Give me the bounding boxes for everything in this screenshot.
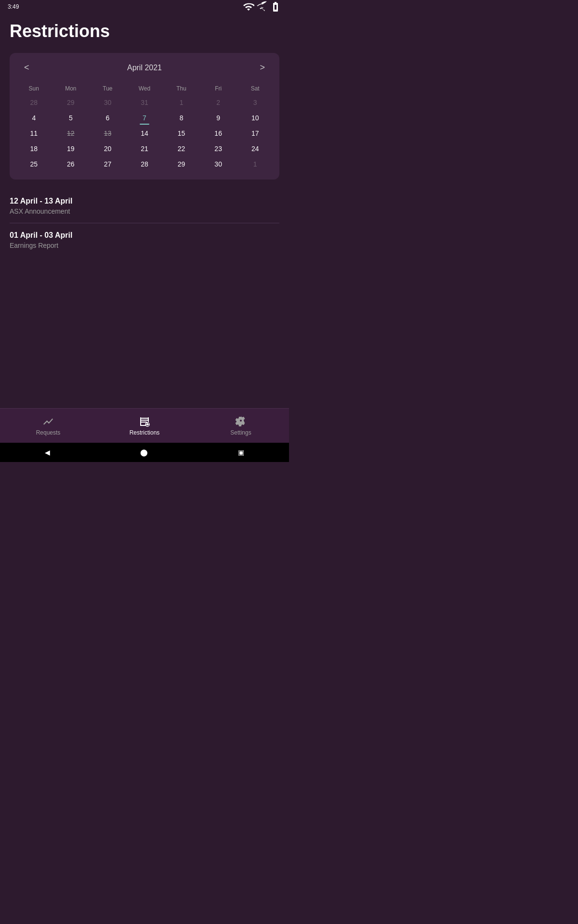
svg-rect-0 [140, 418, 149, 419]
recents-button[interactable]: ▣ [238, 449, 244, 456]
calendar-card: < April 2021 > Sun Mon Tue Wed Thu Fri S… [10, 53, 279, 180]
day-header-thu: Thu [163, 82, 200, 95]
status-time: 3:49 [8, 3, 19, 10]
battery-icon [270, 1, 281, 13]
nav-item-requests[interactable]: Requests [0, 416, 96, 436]
day-cell[interactable]: 22 [163, 141, 200, 156]
day-cell[interactable]: 24 [236, 141, 274, 156]
day-cell[interactable]: 16 [200, 126, 237, 141]
status-icons [243, 1, 281, 13]
day-cell[interactable]: 19 [53, 141, 90, 156]
day-cell[interactable]: 30 [89, 95, 126, 110]
day-cell[interactable]: 2 [200, 95, 237, 110]
day-cell[interactable]: 4 [15, 110, 53, 126]
nav-label-requests: Requests [36, 429, 61, 436]
day-cell[interactable]: 29 [53, 95, 90, 110]
system-nav-bar: ◀ ⬤ ▣ [0, 443, 289, 462]
wifi-icon [243, 1, 254, 13]
svg-rect-8 [146, 424, 149, 425]
day-cell[interactable]: 14 [126, 126, 163, 141]
nav-item-restrictions[interactable]: Restrictions [96, 416, 193, 436]
page-title: Restrictions [0, 13, 289, 53]
day-cell[interactable]: 11 [15, 126, 53, 141]
day-header-wed: Wed [126, 82, 163, 95]
restriction-item-1[interactable]: 01 April - 03 April Earnings Report [10, 223, 279, 257]
day-cell[interactable]: 3 [236, 95, 274, 110]
next-month-button[interactable]: > [255, 61, 270, 75]
svg-rect-3 [140, 417, 141, 426]
restriction-date-0: 12 April - 13 April [10, 197, 279, 205]
restriction-date-1: 01 April - 03 April [10, 231, 279, 240]
day-cell[interactable]: 20 [89, 141, 126, 156]
svg-rect-4 [148, 417, 149, 422]
day-cell[interactable]: 29 [163, 156, 200, 172]
day-cell[interactable]: 26 [53, 156, 90, 172]
day-cell[interactable]: 9 [200, 110, 237, 126]
day-cell[interactable]: 15 [163, 126, 200, 141]
day-cell-restricted[interactable]: 12 [53, 126, 90, 141]
day-header-sun: Sun [15, 82, 53, 95]
svg-rect-2 [140, 422, 147, 423]
day-cell[interactable]: 1 [163, 95, 200, 110]
status-bar: 3:49 [0, 0, 289, 13]
day-header-fri: Fri [200, 82, 237, 95]
svg-rect-1 [140, 420, 149, 421]
restriction-item-0[interactable]: 12 April - 13 April ASX Announcement [10, 189, 279, 223]
restriction-desc-0: ASX Announcement [10, 207, 279, 215]
day-cell[interactable]: 23 [200, 141, 237, 156]
day-cell[interactable]: 28 [126, 156, 163, 172]
signal-icon [256, 1, 268, 13]
day-cell[interactable]: 10 [236, 110, 274, 126]
bottom-nav: Requests Restrictions Settings [0, 408, 289, 443]
calendar-header: < April 2021 > [15, 61, 274, 75]
day-header-sat: Sat [236, 82, 274, 95]
day-cell[interactable]: 28 [15, 95, 53, 110]
day-cell[interactable]: 21 [126, 141, 163, 156]
svg-rect-5 [140, 425, 146, 426]
nav-item-settings[interactable]: Settings [193, 416, 289, 436]
day-cell[interactable]: 17 [236, 126, 274, 141]
day-cell[interactable]: 6 [89, 110, 126, 126]
day-cell[interactable]: 25 [15, 156, 53, 172]
day-cell[interactable]: 30 [200, 156, 237, 172]
restrictions-icon [139, 416, 150, 427]
restriction-list: 12 April - 13 April ASX Announcement 01 … [10, 180, 279, 257]
restriction-desc-1: Earnings Report [10, 242, 279, 249]
day-cell[interactable]: 18 [15, 141, 53, 156]
day-cell-restricted[interactable]: 13 [89, 126, 126, 141]
calendar-month-label: April 2021 [127, 64, 162, 72]
nav-label-settings: Settings [230, 429, 251, 436]
day-cell[interactable]: 31 [126, 95, 163, 110]
calendar-grid: Sun Mon Tue Wed Thu Fri Sat 28 29 30 31 … [15, 82, 274, 172]
prev-month-button[interactable]: < [19, 61, 34, 75]
day-cell[interactable]: 27 [89, 156, 126, 172]
day-header-tue: Tue [89, 82, 126, 95]
home-button[interactable]: ⬤ [140, 449, 148, 456]
day-cell[interactable]: 5 [53, 110, 90, 126]
day-header-mon: Mon [53, 82, 90, 95]
settings-icon [235, 416, 247, 427]
day-cell[interactable]: 1 [236, 156, 274, 172]
back-button[interactable]: ◀ [45, 449, 50, 456]
day-cell-today[interactable]: 7 [126, 110, 163, 126]
day-cell[interactable]: 8 [163, 110, 200, 126]
nav-label-restrictions: Restrictions [130, 429, 160, 436]
requests-icon [42, 416, 54, 427]
